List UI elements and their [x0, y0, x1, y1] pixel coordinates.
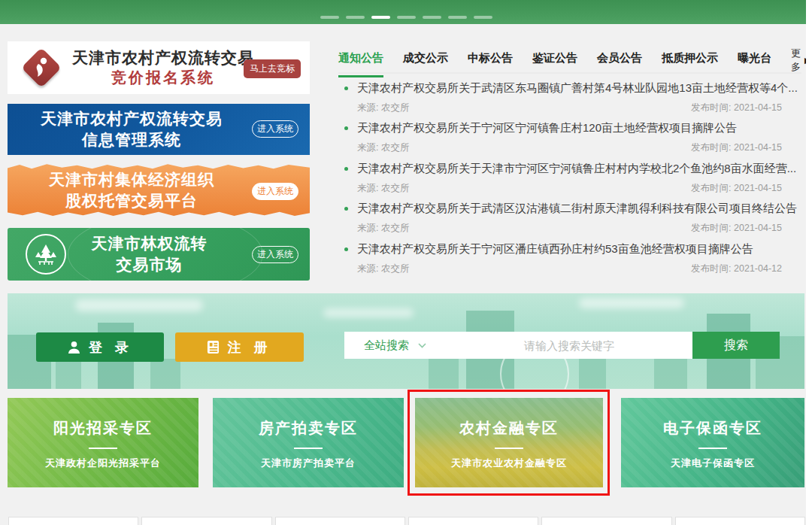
zone-subtitle: 天津市房产拍卖平台	[213, 457, 404, 470]
notice-list-item: 天津农村产权交易所关于宁河区潘庄镇西孙庄村约53亩鱼池经营权项目摘牌公告 来源:…	[325, 239, 801, 279]
enter-system-button[interactable]: 进入系统	[252, 120, 298, 138]
notice-tab[interactable]: 抵质押公示	[662, 51, 718, 77]
carousel-top-bar	[0, 0, 806, 24]
chevron-down-icon	[418, 343, 426, 348]
bullet-icon	[344, 126, 348, 130]
carousel-dot[interactable]	[474, 16, 492, 19]
notice-title-link[interactable]: 天津农村产权交易所关于宁河区宁河镇鲁庄村120亩土地经营权项目摘牌公告	[357, 121, 737, 135]
go-bid-button[interactable]: 马上去竞标	[244, 59, 301, 78]
notice-list-item: 天津农村产权交易所关于武清区东马圈镇广善村第4号林业队园地13亩土地经营权等4个…	[325, 78, 801, 118]
notice-tab[interactable]: 会员公告	[597, 51, 642, 77]
bidding-system-title: 天津市农村产权流转交易	[72, 48, 254, 68]
bidding-system-card: 天津市农村产权流转交易 竞价报名系统 马上去竞标	[8, 41, 310, 94]
bottom-row-cell	[8, 517, 138, 525]
zone-title: 电子保函专区	[621, 418, 804, 439]
bullet-icon	[344, 247, 348, 251]
zone-subtitle: 天津政村企阳光招采平台	[8, 457, 198, 470]
bullet-icon	[344, 86, 348, 90]
register-button[interactable]: 注 册	[175, 332, 304, 362]
bottom-section-row	[8, 517, 805, 525]
notice-source: 来源: 农交所	[357, 262, 409, 275]
bottom-row-cell	[408, 517, 538, 525]
notice-date: 发布时间: 2021-04-15	[691, 102, 782, 114]
notice-list-item: 天津农村产权交易所关于武清区汉沽港镇二街村原天津凯得利科技有限公司项目终结公告 …	[325, 199, 801, 238]
zone-card[interactable]: 农村金融专区 天津市农业农村金融专区	[415, 398, 603, 487]
search-input[interactable]	[446, 332, 692, 359]
site-logo-icon	[23, 49, 60, 86]
carousel-dot[interactable]	[320, 16, 339, 19]
zone-subtitle: 天津电子保函专区	[621, 457, 804, 470]
carousel-dot[interactable]	[371, 16, 390, 19]
zone-card[interactable]: 电子保函专区 天津电子保函专区	[621, 398, 804, 487]
notice-title-link[interactable]: 天津农村产权交易所关于宁河区潘庄镇西孙庄村约53亩鱼池经营权项目摘牌公告	[357, 242, 753, 256]
notice-tab[interactable]: 曝光台	[738, 51, 771, 77]
banner-line: 天津市村集体经济组织	[8, 169, 256, 190]
notice-list-item: 天津农村产权交易所关于宁河区宁河镇鲁庄村120亩土地经营权项目摘牌公告 来源: …	[325, 118, 801, 158]
banner-line: 信息管理系统	[8, 129, 256, 150]
bottom-row-cell	[141, 517, 271, 525]
notice-date: 发布时间: 2021-04-12	[691, 262, 782, 275]
enter-system-button[interactable]: 进入系统	[252, 246, 298, 263]
zone-divider	[89, 448, 117, 449]
notice-date: 发布时间: 2021-04-15	[691, 141, 782, 154]
search-scope-label: 全站搜索	[364, 338, 409, 353]
carousel-dot[interactable]	[397, 16, 416, 19]
forest-rights-market-banner[interactable]: 天津市林权流转 交易市场 进入系统	[8, 228, 310, 281]
bottom-row-cell	[675, 517, 805, 525]
site-search: 全站搜索 搜索	[344, 332, 780, 359]
notice-source: 来源: 农交所	[357, 182, 409, 195]
notice-list-item: 天津农村产权交易所关于天津市宁河区宁河镇鲁庄村村内学校北2个鱼池约8亩水面经营.…	[325, 159, 801, 199]
login-button[interactable]: 登 录	[36, 332, 164, 362]
bottom-row-cell	[275, 517, 405, 525]
bullet-icon	[344, 207, 348, 211]
scrollbar-track[interactable]	[806, 0, 812, 525]
register-label: 注 册	[227, 338, 271, 357]
notice-title-link[interactable]: 天津农村产权交易所关于武清区汉沽港镇二街村原天津凯得利科技有限公司项目终结公告	[357, 202, 797, 216]
zone-subtitle: 天津市农业农村金融专区	[415, 457, 603, 470]
carousel-dot[interactable]	[346, 16, 365, 19]
notice-tab[interactable]: 通知公告	[338, 51, 383, 77]
zone-card[interactable]: 房产拍卖专区 天津市房产拍卖平台	[213, 398, 404, 487]
carousel-dot[interactable]	[448, 16, 467, 19]
notice-source: 来源: 农交所	[357, 141, 409, 154]
carousel-dots	[320, 16, 492, 19]
info-management-system-banner[interactable]: 天津市农村产权流转交易 信息管理系统 进入系统	[8, 104, 310, 155]
notice-date: 发布时间: 2021-04-15	[691, 222, 782, 235]
notice-title-link[interactable]: 天津农村产权交易所关于武清区东马圈镇广善村第4号林业队园地13亩土地经营权等4个…	[357, 81, 798, 96]
notice-tabs: 通知公告 成交公示 中标公告 鉴证公告 会员公告 抵质押公示 曝光台 更多 ▶	[325, 47, 801, 81]
zone-title: 房产拍卖专区	[213, 418, 404, 439]
bullet-icon	[344, 167, 348, 171]
register-doc-icon	[207, 340, 220, 354]
bidding-system-subtitle: 竞价报名系统	[72, 68, 254, 87]
more-label: 更多	[791, 47, 801, 74]
notice-tab[interactable]: 成交公示	[403, 51, 448, 77]
banner-line: 股权托管交易平台	[8, 190, 256, 211]
search-button[interactable]: 搜索	[692, 332, 780, 359]
carousel-dot[interactable]	[423, 16, 441, 19]
user-icon	[67, 340, 81, 354]
search-scope-select[interactable]: 全站搜索	[344, 332, 446, 359]
notice-tab[interactable]: 鉴证公告	[532, 51, 577, 77]
tree-icon	[26, 234, 66, 275]
notice-source: 来源: 农交所	[357, 222, 409, 235]
zone-divider	[495, 448, 523, 449]
zone-divider	[698, 448, 727, 449]
hero-search-band: 登 录 注 册 全站搜索 搜索	[8, 293, 804, 389]
zone-title: 阳光招采专区	[8, 418, 198, 439]
notice-date: 发布时间: 2021-04-15	[691, 182, 782, 195]
bottom-row-cell	[541, 517, 671, 525]
notice-source: 来源: 农交所	[357, 102, 409, 114]
zone-title: 农村金融专区	[415, 418, 603, 439]
page: 天津市农村产权流转交易 竞价报名系统 马上去竞标 天津市农村产权流转交易 信息管…	[0, 0, 812, 525]
login-label: 登 录	[89, 338, 133, 357]
enter-system-button[interactable]: 进入系统	[252, 183, 298, 200]
equity-trusteeship-banner[interactable]: 天津市村集体经济组织 股权托管交易平台 进入系统	[8, 162, 310, 218]
banner-line: 天津市农村产权流转交易	[8, 108, 256, 129]
zone-card[interactable]: 阳光招采专区 天津政村企阳光招采平台	[8, 398, 198, 487]
notice-title-link[interactable]: 天津农村产权交易所关于天津市宁河区宁河镇鲁庄村村内学校北2个鱼池约8亩水面经营.…	[357, 162, 796, 176]
notice-tab[interactable]: 中标公告	[468, 51, 513, 77]
zone-divider	[294, 448, 323, 449]
notice-list: 天津农村产权交易所关于武清区东马圈镇广善村第4号林业队园地13亩土地经营权等4个…	[325, 78, 801, 279]
